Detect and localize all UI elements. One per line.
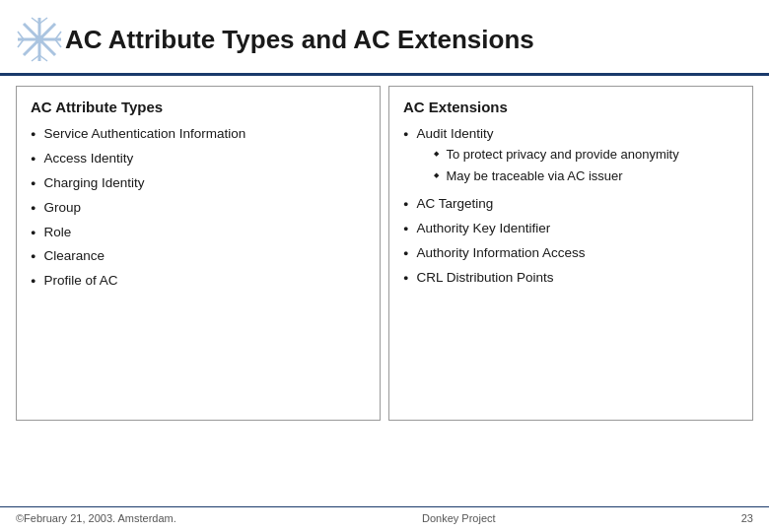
list-item: CRL Distribution Points bbox=[403, 269, 738, 288]
logo-icon bbox=[14, 14, 65, 65]
list-item: Authority Key Identifier bbox=[403, 220, 738, 238]
sub-list: To protect privacy and provide anonymity… bbox=[416, 146, 678, 185]
sub-list-item: May be traceable via AC issuer bbox=[434, 167, 678, 185]
footer-project: Donkey Project bbox=[422, 512, 496, 524]
left-panel-list: Service Authentication Information Acces… bbox=[31, 125, 366, 291]
list-item: Role bbox=[31, 224, 366, 242]
list-item: Service Authentication Information bbox=[31, 125, 366, 144]
sub-list-item: To protect privacy and provide anonymity bbox=[434, 146, 678, 164]
list-item: Profile of AC bbox=[31, 272, 366, 291]
list-item-audit: Audit Identity To protect privacy and pr… bbox=[403, 125, 738, 189]
list-item: Clearance bbox=[31, 247, 366, 266]
slide-header: AC Attribute Types and AC Extensions bbox=[0, 0, 769, 76]
right-panel-title: AC Extensions bbox=[403, 99, 738, 115]
slide-title: AC Attribute Types and AC Extensions bbox=[65, 25, 534, 55]
left-panel: AC Attribute Types Service Authenticatio… bbox=[16, 86, 381, 421]
list-item: AC Targeting bbox=[403, 195, 738, 214]
list-item: Access Identity bbox=[31, 150, 366, 168]
content-area: AC Attribute Types Service Authenticatio… bbox=[0, 86, 769, 421]
slide: AC Attribute Types and AC Extensions AC … bbox=[0, 0, 769, 532]
svg-point-12 bbox=[35, 35, 43, 43]
left-panel-title: AC Attribute Types bbox=[31, 99, 366, 115]
footer-page: 23 bbox=[741, 512, 753, 524]
list-item: Charging Identity bbox=[31, 174, 366, 193]
right-panel: AC Extensions Audit Identity To protect … bbox=[388, 86, 753, 421]
list-item: Authority Information Access bbox=[403, 244, 738, 263]
footer-date: ©February 21, 2003. Amsterdam. bbox=[16, 512, 176, 524]
list-item: Group bbox=[31, 199, 366, 218]
slide-footer: ©February 21, 2003. Amsterdam. Donkey Pr… bbox=[0, 506, 769, 524]
right-panel-list: Audit Identity To protect privacy and pr… bbox=[403, 125, 738, 288]
